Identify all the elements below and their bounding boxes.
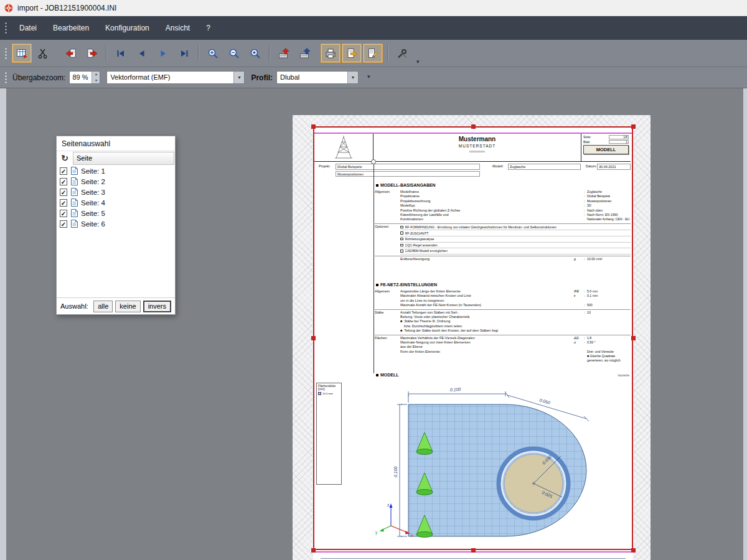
table-spine-line (374, 162, 374, 373)
section-bullet (376, 284, 378, 286)
toolbar-separator (269, 45, 270, 62)
menubar-grip[interactable] (4, 22, 7, 34)
selection-handle[interactable] (311, 336, 316, 340)
page-checkbox[interactable]: ✓ (60, 220, 67, 228)
group-label: Flächen (375, 336, 400, 363)
page-row[interactable]: ✓ Seite: 2 (57, 176, 175, 187)
edit-page-button[interactable] (363, 44, 383, 63)
page-checkbox[interactable]: ✓ (60, 199, 67, 207)
window-title: import - JOB12151900004.INI (17, 4, 116, 12)
page-document-icon (71, 167, 78, 175)
nav-first-button[interactable] (111, 44, 131, 63)
svg-text:z: z (387, 503, 389, 507)
format-dropdown[interactable]: Vektorformat (EMF) ▾ (106, 71, 245, 84)
company-logo (314, 134, 374, 161)
section-modell-title: MODELL (376, 373, 399, 377)
table-row: Modellname:Zuglasche (400, 190, 631, 194)
selection-handle[interactable] (471, 124, 476, 129)
page-checkbox[interactable]: ✓ (60, 189, 67, 196)
axis-triad: z x y (375, 503, 413, 538)
nav-next-icon (157, 47, 169, 60)
model-drawing[interactable]: 0.100 0.050 0.100 0.030 0.025 z x y (372, 384, 630, 547)
table-row: um in die Linie zu integrieren (400, 299, 631, 303)
refresh-icon[interactable]: ↻ (57, 152, 73, 165)
options-overflow-icon[interactable]: ▾ (367, 73, 370, 82)
table-row: Bettung, Voute oder plastischer Charakte… (400, 315, 631, 319)
model-value: Zuglasche (508, 164, 581, 170)
toolbar-overflow-icon[interactable]: ▾ (416, 58, 420, 67)
toolbar-separator (198, 45, 199, 62)
page-row[interactable]: ✓ Seite: 5 (57, 208, 175, 218)
nav-prev-button[interactable] (132, 44, 152, 63)
import-pages-button[interactable] (12, 44, 32, 63)
send-blue-button[interactable] (295, 44, 315, 63)
report-page: Mustermann MUSTERSTADT oooooooooo Seite:… (313, 126, 633, 560)
select-none-button[interactable]: keine (115, 301, 140, 312)
zoom-spinner[interactable]: 89 % ▲ ▼ (69, 71, 100, 84)
send-blue-icon (299, 47, 311, 60)
selection-handle[interactable] (631, 336, 636, 340)
selection-label: Auswahl: (60, 302, 88, 310)
company-name: Mustermann (374, 136, 581, 142)
select-all-button[interactable]: alle (93, 301, 113, 312)
selection-handle[interactable] (631, 124, 636, 129)
group-label: Allgemein (375, 289, 400, 308)
page-back-button[interactable] (61, 44, 81, 63)
page-row[interactable]: ✓ Seite: 1 (57, 166, 175, 176)
sheet-value: 1 (609, 140, 629, 144)
table-row: Positive Richtung der globalen Z-Achse:N… (400, 208, 631, 213)
column-header-seite[interactable]: Seite (73, 152, 174, 165)
gravity-row: Erdbeschleunigung g : 10.00 m/s² (400, 257, 631, 261)
menu-item[interactable]: Ansicht (157, 16, 198, 40)
select-invert-button[interactable]: invers (143, 301, 171, 312)
page-checkbox[interactable]: ✓ (60, 167, 67, 175)
spin-down-icon[interactable]: ▼ (92, 78, 100, 84)
cut-button[interactable] (33, 44, 53, 63)
send-red-icon (278, 47, 290, 60)
page-checkbox[interactable]: ✓ (60, 178, 67, 185)
send-red-button[interactable] (274, 44, 294, 63)
options-toolbar-grip[interactable] (4, 72, 7, 84)
spin-up-icon[interactable]: ▲ (92, 72, 100, 78)
menu-item[interactable]: ? (198, 16, 218, 40)
footer-separator-line (321, 558, 626, 559)
header-node-marker[interactable] (371, 159, 376, 164)
page-checkbox[interactable]: ✓ (60, 210, 67, 217)
chevron-down-icon[interactable]: ▾ (233, 72, 244, 83)
menu-item[interactable]: Datei (11, 16, 45, 40)
print-button[interactable] (321, 44, 341, 63)
section-basis-title: MODELL-BASISANGABEN (376, 183, 436, 187)
page-row[interactable]: ✓ Seite: 6 (57, 218, 175, 229)
settings-button[interactable] (392, 44, 412, 63)
zoom-original-button[interactable] (245, 44, 265, 63)
selection-handle[interactable] (311, 548, 316, 553)
page-forward-button[interactable] (82, 44, 102, 63)
page-row[interactable]: ✓ Seite: 3 (57, 187, 175, 197)
legend-swatch (318, 392, 321, 395)
profile-dropdown[interactable]: Dlubal ▾ (276, 71, 359, 84)
selection-handle[interactable] (631, 548, 636, 553)
page-row[interactable]: ✓ Seite: 4 (57, 197, 175, 208)
format-value: Vektorformat (EMF) (107, 72, 233, 83)
group-label: Allgemein (375, 190, 400, 222)
zoom-in-button[interactable] (203, 44, 223, 63)
selection-handle[interactable] (311, 124, 316, 129)
table-row: Angestrebte Länge der finiten ElementelF… (400, 289, 631, 294)
date-value: 30.04.2021 (597, 164, 631, 170)
zoom-out-button[interactable] (224, 44, 244, 63)
menu-item[interactable]: Bearbeiten (45, 16, 97, 40)
page-list: ✓ Seite: 1 ✓ (57, 166, 175, 229)
page-selection-dialog[interactable]: Seitenauswahl ↻ Seite ✓ Seite: 1 (56, 136, 176, 315)
toolbar-grip[interactable] (4, 47, 7, 60)
print-preview[interactable]: Mustermann MUSTERSTADT oooooooooo Seite:… (293, 115, 651, 560)
export-page-button[interactable] (342, 44, 362, 63)
chevron-down-icon[interactable]: ▾ (347, 72, 358, 83)
menu-item[interactable]: Konfiguration (97, 16, 157, 40)
selection-handle[interactable] (471, 548, 476, 553)
nav-last-button[interactable] (174, 44, 194, 63)
section-bullet (376, 374, 378, 376)
options-toolbar: Übergabezoom: 89 % ▲ ▼ Vektorformat (EMF… (0, 67, 747, 88)
table-row: Maximales Verhältnis der FE-Viereck-Diag… (400, 336, 631, 340)
nav-next-button[interactable] (153, 44, 173, 63)
company-placeholder: oooooooooo (374, 150, 581, 153)
